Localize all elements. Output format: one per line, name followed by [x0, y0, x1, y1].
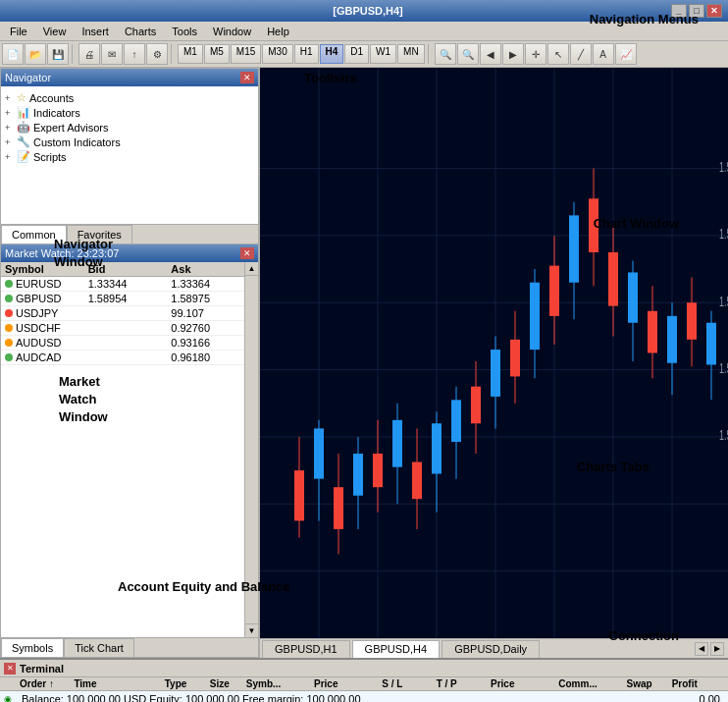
col-tp: T / P — [437, 678, 491, 689]
chart-canvas: 1.5950 1.5900 1.5850 1.5800 1.5750 — [260, 68, 728, 638]
mw-row-usdjpy[interactable]: USDJPY 99.107 — [1, 306, 258, 321]
mw-row-audusd[interactable]: AUDUSD 0.93166 — [1, 336, 258, 351]
nav-tab-favorites[interactable]: Favorites — [67, 225, 132, 243]
crosshair-button[interactable]: ✛ — [525, 43, 546, 65]
menu-window[interactable]: Window — [205, 24, 259, 39]
accounts-label: Accounts — [29, 92, 74, 104]
open-button[interactable]: 📂 — [25, 43, 46, 65]
mw-tab-symbols[interactable]: Symbols — [1, 638, 64, 657]
period-h1[interactable]: H1 — [294, 44, 319, 64]
scripts-label: Scripts — [33, 151, 67, 163]
svg-text:1.5950: 1.5950 — [719, 159, 728, 176]
svg-rect-19 — [334, 487, 343, 529]
svg-rect-33 — [471, 387, 481, 424]
svg-rect-45 — [589, 198, 598, 252]
new-chart-button[interactable]: 📄 — [2, 43, 24, 65]
zoom-out-button[interactable]: 🔍 — [457, 43, 479, 65]
mw-col-ask: Ask — [171, 263, 254, 275]
menu-insert[interactable]: Insert — [74, 24, 117, 39]
custom-indicators-icon: 🔧 — [17, 135, 30, 148]
period-m1[interactable]: M1 — [178, 44, 203, 64]
mw-row-usdchf[interactable]: USDCHF 0.92760 — [1, 321, 258, 336]
terminal-title: Terminal — [20, 663, 64, 675]
svg-rect-31 — [451, 400, 461, 442]
mw-scrollbar[interactable]: ▲ ▼ — [244, 262, 258, 637]
tree-item-expert-advisors[interactable]: + 🤖 Expert Advisors — [5, 120, 254, 135]
text-button[interactable]: A — [593, 43, 614, 65]
col-type: Type — [165, 678, 210, 689]
indicators-icon: 📊 — [17, 106, 30, 119]
svg-text:1.5800: 1.5800 — [719, 360, 728, 377]
toolbar-row-1: 📄 📂 💾 🖨 ✉ ↑ ⚙ M1 M5 M15 M30 H1 H4 D1 W1 … — [0, 41, 728, 67]
left-panel: Navigator ✕ + ☆ Accounts + 📊 Indicators … — [0, 68, 260, 658]
mw-eurusd-ask: 1.33364 — [171, 278, 254, 290]
chart-tab-next-button[interactable]: ▶ — [710, 642, 724, 656]
period-mn[interactable]: MN — [397, 44, 425, 64]
tree-item-indicators[interactable]: + 📊 Indicators — [5, 105, 254, 120]
menu-file[interactable]: File — [2, 24, 35, 39]
tree-item-scripts[interactable]: + 📝 Scripts — [5, 149, 254, 164]
svg-rect-15 — [294, 470, 304, 520]
period-h4[interactable]: H4 — [320, 44, 344, 64]
chart-tab-gbpusd-daily[interactable]: GBPUSD,Daily — [442, 640, 540, 658]
scroll-right-button[interactable]: ▶ — [502, 43, 524, 65]
chart-tab-gbpusd-h1[interactable]: GBPUSD,H1 — [262, 640, 350, 658]
indicator-button[interactable]: 📈 — [615, 43, 637, 65]
mw-scroll-down-button[interactable]: ▼ — [245, 623, 258, 637]
period-m5[interactable]: M5 — [204, 44, 230, 64]
separator-1 — [72, 44, 76, 64]
ftp-button[interactable]: ↑ — [124, 43, 145, 65]
terminal-column-headers: Order ↑ Time Type Size Symb... Price S /… — [0, 677, 728, 691]
save-button[interactable]: 💾 — [47, 43, 69, 65]
menu-view[interactable]: View — [35, 24, 75, 39]
nav-tab-common[interactable]: Common — [1, 225, 67, 243]
chart-main: 1.5950 1.5900 1.5850 1.5800 1.5750 — [260, 68, 728, 638]
chart-tab-navigation: ◀ ▶ — [695, 642, 724, 656]
menu-help[interactable]: Help — [259, 24, 297, 39]
menu-charts[interactable]: Charts — [117, 24, 164, 39]
print-button[interactable]: 🖨 — [78, 43, 100, 65]
expand-accounts-icon: + — [5, 93, 17, 103]
svg-text:1.5900: 1.5900 — [719, 226, 728, 243]
line-button[interactable]: ╱ — [570, 43, 592, 65]
email-button[interactable]: ✉ — [101, 43, 123, 65]
market-watch-tabs: Symbols Tick Chart — [1, 637, 258, 657]
period-m30[interactable]: M30 — [262, 44, 292, 64]
chart-tab-prev-button[interactable]: ◀ — [695, 642, 708, 656]
scroll-left-button[interactable]: ◀ — [480, 43, 501, 65]
mw-gbpusd-symbol: GBPUSD — [5, 293, 88, 304]
maximize-button[interactable]: □ — [689, 4, 704, 18]
period-m15[interactable]: M15 — [231, 44, 261, 64]
tree-item-custom-indicators[interactable]: + 🔧 Custom Indicators — [5, 135, 254, 149]
terminal-close-button[interactable]: ✕ — [4, 663, 16, 675]
chart-area: 1.5950 1.5900 1.5850 1.5800 1.5750 GBPUS… — [260, 68, 728, 658]
mw-scroll-up-button[interactable]: ▲ — [245, 262, 258, 276]
mw-row-eurusd[interactable]: EURUSD 1.33344 1.33364 — [1, 277, 258, 292]
menu-tools[interactable]: Tools — [164, 24, 205, 39]
expand-scripts-icon: + — [5, 152, 17, 162]
svg-rect-41 — [549, 266, 559, 316]
profit-value: 0.00 — [700, 693, 724, 702]
properties-button[interactable]: ⚙ — [146, 43, 168, 65]
svg-rect-37 — [510, 340, 520, 377]
navigator-close-button[interactable]: ✕ — [240, 72, 254, 83]
terminal-area: ✕ Terminal Order ↑ Time Type Size Symb..… — [0, 658, 728, 702]
close-button[interactable]: ✕ — [706, 4, 722, 18]
window-title: [GBPUSD,H4] — [65, 5, 671, 17]
chart-tab-gbpusd-h4[interactable]: GBPUSD,H4 — [352, 640, 441, 658]
minimize-button[interactable]: _ — [671, 4, 687, 18]
balance-text: Balance: 100 000.00 USD Equity: 100 000.… — [22, 693, 361, 702]
scripts-icon: 📝 — [17, 150, 30, 163]
mw-tab-tick-chart[interactable]: Tick Chart — [64, 638, 134, 657]
zoom-in-button[interactable]: 🔍 — [435, 43, 456, 65]
market-watch-close-button[interactable]: ✕ — [240, 247, 254, 259]
period-d1[interactable]: D1 — [344, 44, 369, 64]
cursor-button[interactable]: ↖ — [547, 43, 569, 65]
svg-text:1.5750: 1.5750 — [719, 427, 728, 444]
tree-item-accounts[interactable]: + ☆ Accounts — [5, 90, 254, 105]
mw-row-gbpusd[interactable]: GBPUSD 1.58954 1.58975 — [1, 292, 258, 306]
terminal-header: ✕ Terminal — [0, 660, 728, 677]
period-w1[interactable]: W1 — [370, 44, 396, 64]
col-commission: Comm... — [558, 678, 626, 689]
mw-row-audcad[interactable]: AUDCAD 0.96180 — [1, 351, 258, 365]
